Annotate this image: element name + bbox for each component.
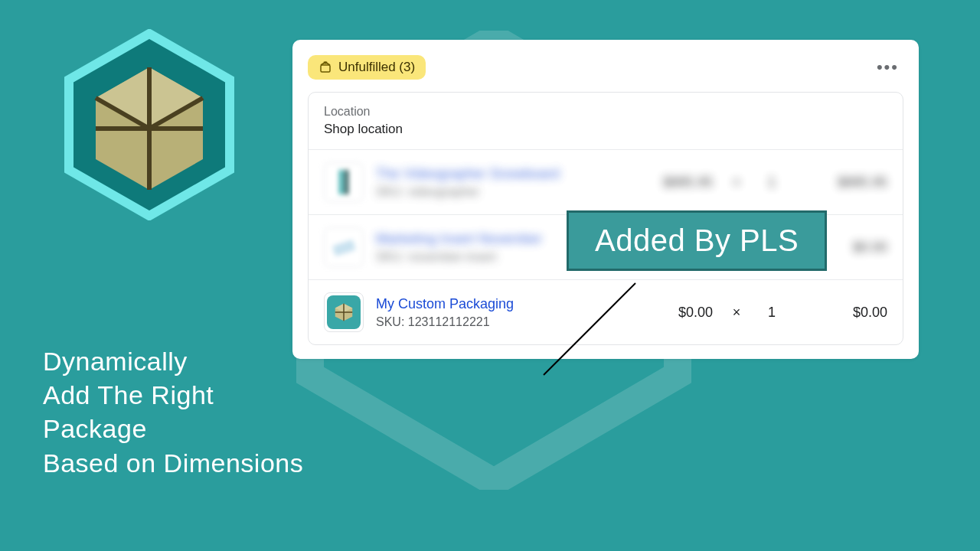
item-mult: × (725, 305, 748, 321)
location-value: Shop location (324, 122, 887, 137)
item-total: $885.95 (795, 174, 887, 191)
location-label: Location (324, 105, 887, 119)
unfulfilled-badge: Unfulfilled (3) (308, 55, 426, 80)
hero-line-3: Package (43, 412, 303, 445)
line-item-row: The Videographer Snowboard SKU: videogra… (309, 149, 903, 214)
item-sku: SKU: videographer (376, 185, 616, 199)
item-qty: 1 (760, 174, 783, 191)
product-thumbnail (324, 227, 364, 267)
fulfillment-card: Unfulfilled (3) ••• Location Shop locati… (292, 40, 919, 359)
item-price: $885.95 (629, 174, 713, 191)
svg-rect-12 (339, 170, 343, 194)
item-mult: × (725, 174, 748, 191)
svg-rect-14 (332, 240, 356, 256)
product-thumbnail (324, 292, 364, 332)
badge-label: Unfulfilled (3) (338, 60, 415, 75)
item-sku: SKU: 123112112221 (376, 315, 616, 329)
item-title[interactable]: The Videographer Snowboard (376, 166, 616, 182)
box-open-icon (318, 60, 332, 74)
package-icon (327, 295, 361, 329)
item-total: $0.00 (795, 305, 887, 321)
more-menu-button[interactable]: ••• (872, 56, 903, 79)
item-price: $0.00 (629, 305, 713, 321)
hero-text: Dynamically Add The Right Package Based … (43, 344, 303, 480)
product-thumbnail (324, 162, 364, 202)
item-title[interactable]: My Custom Packaging (376, 296, 616, 312)
location-block: Location Shop location (309, 93, 903, 149)
logo-hexagon (61, 29, 237, 220)
hero-line-1: Dynamically (43, 344, 303, 378)
hero-line-4: Based on Dimensions (43, 446, 303, 480)
svg-rect-13 (345, 170, 348, 194)
line-item-row: My Custom Packaging SKU: 123112112221 $0… (309, 279, 903, 344)
item-qty: 1 (760, 305, 783, 321)
callout-label: Added By PLS (567, 210, 827, 271)
hero-line-2: Add The Right (43, 378, 303, 412)
svg-rect-9 (321, 65, 330, 72)
